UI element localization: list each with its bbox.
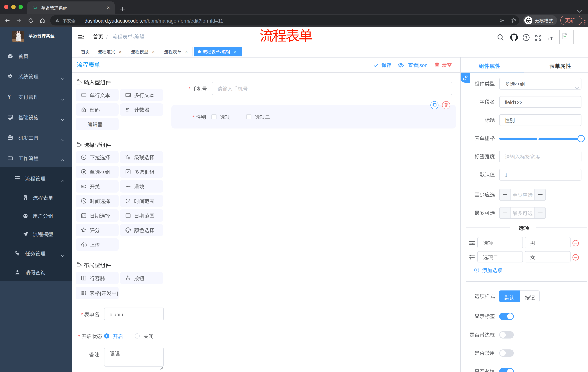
svg-text:?: ? — [525, 35, 527, 40]
svg-text:123: 123 — [126, 107, 130, 111]
svg-text:T: T — [550, 36, 553, 42]
svg-text:¥: ¥ — [8, 94, 11, 100]
svg-text:T: T — [548, 37, 550, 41]
